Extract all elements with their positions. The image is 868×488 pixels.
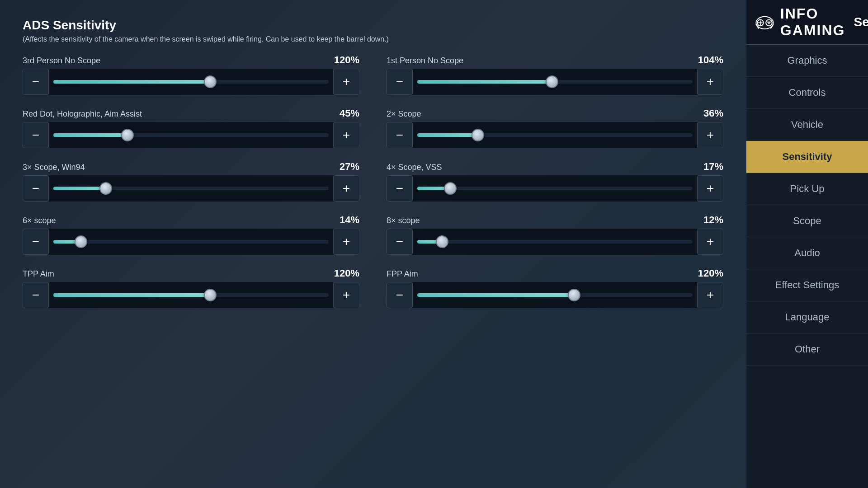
slider-controls-fpp-aim: − +	[387, 282, 723, 308]
slider-thumb-2x-scope[interactable]	[472, 129, 484, 141]
slider-thumb-1st-person-no-scope[interactable]	[546, 75, 558, 88]
slider-track-wrap-red-dot-holographic[interactable]	[49, 122, 333, 148]
sidebar-item-audio[interactable]: Audio	[746, 237, 868, 269]
slider-plus-8x-scope[interactable]: +	[697, 229, 723, 255]
slider-value-4x-scope-vss: 17%	[703, 161, 723, 173]
slider-label-fpp-aim: FPP Aim	[387, 269, 418, 279]
slider-track-wrap-3rd-person-no-scope[interactable]	[49, 69, 333, 95]
slider-minus-4x-scope-vss[interactable]: −	[387, 175, 413, 202]
slider-label-row: 8× scope 12%	[387, 214, 723, 226]
slider-minus-red-dot-holographic[interactable]: −	[23, 122, 49, 148]
sidebar-item-graphics[interactable]: Graphics	[746, 45, 868, 77]
slider-minus-6x-scope[interactable]: −	[23, 229, 49, 255]
sidebar-item-pick-up[interactable]: Pick Up	[746, 173, 868, 205]
slider-plus-6x-scope[interactable]: +	[333, 229, 359, 255]
settings-title: Settings	[854, 15, 868, 29]
slider-group-6x-scope: 6× scope 14% − +	[23, 214, 359, 255]
sidebar-item-scope[interactable]: Scope	[746, 205, 868, 237]
slider-plus-3rd-person-no-scope[interactable]: +	[333, 69, 359, 95]
slider-track-red-dot-holographic	[53, 133, 329, 137]
slider-thumb-fpp-aim[interactable]	[568, 289, 580, 301]
slider-label-row: 3rd Person No Scope 120%	[23, 54, 359, 66]
slider-label-row: 1st Person No Scope 104%	[387, 54, 723, 66]
slider-value-3x-scope-win94: 27%	[340, 161, 359, 173]
slider-controls-3rd-person-no-scope: − +	[23, 69, 359, 95]
svg-point-6	[769, 21, 770, 23]
slider-minus-1st-person-no-scope[interactable]: −	[387, 69, 413, 95]
page-title: ADS Sensitivity	[23, 18, 723, 33]
slider-group-tpp-aim: TPP Aim 120% − +	[23, 267, 359, 308]
slider-label-3rd-person-no-scope: 3rd Person No Scope	[23, 56, 100, 66]
slider-value-fpp-aim: 120%	[698, 267, 723, 279]
slider-group-8x-scope: 8× scope 12% − +	[387, 214, 723, 255]
slider-track-wrap-1st-person-no-scope[interactable]	[413, 69, 697, 95]
slider-minus-3x-scope-win94[interactable]: −	[23, 175, 49, 202]
sliders-grid: 3rd Person No Scope 120% − + 1st Person …	[23, 54, 723, 308]
slider-controls-3x-scope-win94: − +	[23, 175, 359, 202]
page-description: (Affects the sensitivity of the camera w…	[23, 35, 723, 43]
slider-label-row: FPP Aim 120%	[387, 267, 723, 279]
slider-minus-3rd-person-no-scope[interactable]: −	[23, 69, 49, 95]
slider-track-wrap-4x-scope-vss[interactable]	[413, 175, 697, 202]
brand-text: INFO GAMING	[780, 5, 854, 39]
slider-track-wrap-6x-scope[interactable]	[49, 229, 333, 255]
sidebar-item-effect-settings[interactable]: Effect Settings	[746, 269, 868, 301]
slider-fill-3rd-person-no-scope	[53, 80, 210, 84]
slider-label-row: 3× Scope, Win94 27%	[23, 161, 359, 173]
slider-label-3x-scope-win94: 3× Scope, Win94	[23, 163, 85, 172]
slider-thumb-6x-scope[interactable]	[75, 235, 87, 248]
slider-label-row: 4× Scope, VSS 17%	[387, 161, 723, 173]
sidebar-item-controls[interactable]: Controls	[746, 77, 868, 109]
slider-track-2x-scope	[417, 133, 693, 137]
slider-value-8x-scope: 12%	[703, 214, 723, 226]
slider-track-fpp-aim	[417, 293, 693, 297]
sidebar-item-vehicle[interactable]: Vehicle	[746, 109, 868, 141]
sidebar-item-language[interactable]: Language	[746, 301, 868, 333]
slider-thumb-3rd-person-no-scope[interactable]	[204, 75, 217, 88]
gamepad-icon	[755, 9, 774, 36]
slider-value-3rd-person-no-scope: 120%	[334, 54, 359, 66]
slider-track-wrap-8x-scope[interactable]	[413, 229, 697, 255]
slider-minus-tpp-aim[interactable]: −	[23, 282, 49, 308]
slider-controls-6x-scope: − +	[23, 229, 359, 255]
main-content: ADS Sensitivity (Affects the sensitivity…	[0, 0, 746, 488]
slider-plus-red-dot-holographic[interactable]: +	[333, 122, 359, 148]
slider-minus-fpp-aim[interactable]: −	[387, 282, 413, 308]
slider-minus-8x-scope[interactable]: −	[387, 229, 413, 255]
sidebar-item-other[interactable]: Other	[746, 333, 868, 366]
slider-fill-3x-scope-win94	[53, 187, 106, 190]
slider-fill-red-dot-holographic	[53, 133, 127, 137]
slider-group-1st-person-no-scope: 1st Person No Scope 104% − +	[387, 54, 723, 95]
slider-group-3x-scope-win94: 3× Scope, Win94 27% − +	[23, 161, 359, 202]
slider-track-wrap-fpp-aim[interactable]	[413, 282, 697, 308]
slider-plus-fpp-aim[interactable]: +	[697, 282, 723, 308]
slider-track-1st-person-no-scope	[417, 80, 693, 84]
slider-label-row: TPP Aim 120%	[23, 267, 359, 279]
slider-plus-2x-scope[interactable]: +	[697, 122, 723, 148]
slider-label-8x-scope: 8× scope	[387, 216, 420, 225]
sidebar-item-sensitivity[interactable]: Sensitivity	[746, 141, 868, 173]
slider-plus-1st-person-no-scope[interactable]: +	[697, 69, 723, 95]
slider-group-3rd-person-no-scope: 3rd Person No Scope 120% − +	[23, 54, 359, 95]
slider-thumb-red-dot-holographic[interactable]	[121, 129, 134, 141]
slider-plus-3x-scope-win94[interactable]: +	[333, 175, 359, 202]
slider-label-4x-scope-vss: 4× Scope, VSS	[387, 163, 442, 172]
slider-controls-red-dot-holographic: − +	[23, 122, 359, 148]
slider-thumb-tpp-aim[interactable]	[204, 289, 217, 301]
slider-track-wrap-2x-scope[interactable]	[413, 122, 697, 148]
slider-controls-tpp-aim: − +	[23, 282, 359, 308]
slider-plus-tpp-aim[interactable]: +	[333, 282, 359, 308]
slider-plus-4x-scope-vss[interactable]: +	[697, 175, 723, 202]
slider-track-wrap-3x-scope-win94[interactable]	[49, 175, 333, 202]
slider-thumb-8x-scope[interactable]	[436, 235, 448, 248]
slider-track-wrap-tpp-aim[interactable]	[49, 282, 333, 308]
slider-group-fpp-aim: FPP Aim 120% − +	[387, 267, 723, 308]
slider-label-row: 6× scope 14%	[23, 214, 359, 226]
slider-track-3x-scope-win94	[53, 187, 329, 190]
slider-value-2x-scope: 36%	[703, 108, 723, 119]
slider-controls-4x-scope-vss: − +	[387, 175, 723, 202]
slider-label-1st-person-no-scope: 1st Person No Scope	[387, 56, 463, 66]
slider-minus-2x-scope[interactable]: −	[387, 122, 413, 148]
slider-thumb-4x-scope-vss[interactable]	[444, 182, 457, 195]
slider-thumb-3x-scope-win94[interactable]	[99, 182, 112, 195]
